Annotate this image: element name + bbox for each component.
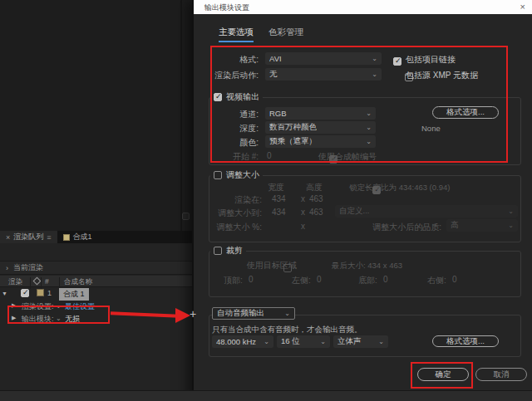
- expand-triangle-icon[interactable]: ▶: [12, 315, 16, 321]
- channel-value: RGB: [269, 109, 287, 118]
- audio-format-options-button[interactable]: 格式选项...: [432, 335, 499, 347]
- dialog-titlebar[interactable]: 输出模块设置 ×: [194, 0, 532, 14]
- chevron-right-icon: ›: [6, 264, 8, 272]
- sample-rate-select[interactable]: 48.000 kHz ⌄: [212, 335, 273, 348]
- depth-select[interactable]: 数百万种颜色 ⌄: [265, 121, 376, 134]
- color-value: 预乘（遮罩）: [269, 136, 317, 147]
- chevron-down-icon: ⌄: [508, 222, 514, 229]
- include-project-link-checkbox[interactable]: [393, 57, 401, 66]
- chevron-down-icon: ⌄: [372, 71, 377, 78]
- depth-label: 深度:: [194, 123, 259, 134]
- panel-menu-icon[interactable]: ≡: [47, 233, 51, 242]
- add-output-module-plus[interactable]: +: [190, 307, 196, 320]
- post-render-select[interactable]: 无 ⌄: [265, 68, 382, 81]
- comp-color-swatch[interactable]: [37, 289, 44, 296]
- close-icon[interactable]: ×: [6, 233, 10, 242]
- crop-right-label: 右侧:: [427, 275, 446, 286]
- codec-info: None: [421, 124, 441, 133]
- video-output-label: 视频输出: [226, 91, 259, 103]
- render-settings-link[interactable]: 最佳设置: [65, 301, 95, 312]
- sample-rate-value: 48.000 kHz: [216, 337, 256, 346]
- post-render-value: 无: [269, 69, 278, 80]
- render-at-width: 434: [272, 194, 286, 203]
- resize-checkbox[interactable]: [214, 171, 222, 179]
- video-output-checkbox[interactable]: [214, 93, 222, 101]
- audio-note: 只有当合成中含有音频时，才会输出音频。: [212, 325, 362, 335]
- quality-select: 高 ⌄: [446, 219, 518, 232]
- queue-item-index: 1: [47, 289, 52, 297]
- quality-label: 调整大小后的品质:: [318, 222, 441, 233]
- chevron-down-icon: ⌄: [366, 110, 372, 117]
- format-label: 格式:: [194, 54, 259, 66]
- col-name: 合成名称: [64, 277, 92, 287]
- resize-title: 调整大小: [210, 169, 263, 181]
- audio-mode-select[interactable]: 自动音频输出 ⌄: [212, 307, 295, 320]
- tab-composition-label: 合成1: [73, 232, 92, 242]
- queue-item-name[interactable]: 合成 1: [59, 288, 89, 301]
- depth-value: 数百万种颜色: [269, 122, 317, 133]
- include-xmp-label: 包括源 XMP 元数据: [406, 70, 478, 81]
- expand-triangle-icon[interactable]: ▶: [12, 302, 16, 309]
- video-format-options-label: 格式选项...: [446, 107, 485, 118]
- include-project-link-label: 包括项目链接: [406, 54, 456, 66]
- use-comp-frame-label: 使用合成帧编号: [318, 151, 377, 163]
- resize-to-height: 463: [309, 208, 323, 217]
- channels-value: 立体声: [337, 336, 362, 347]
- crop-left-value: 0: [317, 275, 322, 284]
- bit-depth-select[interactable]: 16 位 ⌄: [277, 335, 330, 348]
- render-enabled-checkbox[interactable]: [21, 289, 29, 297]
- tab-color-management[interactable]: 色彩管理: [268, 27, 303, 41]
- panel-tab-bar: × 渲染队列 ≡ 合成1: [0, 231, 194, 243]
- app-background: × 渲染队列 ≡ 合成1 › 当前渲染 渲染 # 合成名称 ▼ 1: [0, 0, 194, 401]
- channels-select[interactable]: 立体声 ⌄: [333, 335, 388, 348]
- chevron-down-icon: ⌄: [378, 338, 384, 345]
- queue-item-row[interactable]: ▼ 1 合成 1: [0, 287, 194, 300]
- panel-corner-icon: [182, 213, 190, 220]
- crop-left-label: 左侧:: [292, 275, 311, 286]
- annotation-arrow-head: [175, 308, 190, 323]
- quality-value: 高: [451, 220, 459, 231]
- tab-render-queue-label: 渲染队列: [13, 232, 43, 242]
- crop-checkbox[interactable]: [214, 247, 222, 255]
- tab-composition[interactable]: 合成1: [57, 231, 98, 243]
- crop-label: 裁剪: [226, 245, 243, 257]
- chevron-down-icon: ⌄: [366, 124, 372, 131]
- height-header: 高度: [306, 182, 323, 193]
- tag-icon: [33, 277, 42, 286]
- ok-button[interactable]: 确定: [417, 368, 469, 381]
- x-separator: x: [301, 222, 305, 231]
- crop-right-value: 0: [452, 275, 457, 284]
- dialog-title: 输出模块设置: [204, 2, 249, 13]
- channel-select[interactable]: RGB ⌄: [265, 107, 376, 120]
- audio-mode-value: 自动音频输出: [217, 308, 264, 319]
- output-module-link[interactable]: 无损: [65, 314, 80, 325]
- crop-bottom-value: 0: [383, 275, 388, 284]
- crop-top-value: 0: [249, 275, 254, 284]
- tab-render-queue[interactable]: × 渲染队列 ≡: [0, 231, 57, 243]
- start-number-label: 开始 #:: [194, 151, 259, 163]
- current-render-row[interactable]: › 当前渲染: [0, 261, 194, 275]
- resize-preset-select: 自定义... ⌄: [335, 205, 518, 218]
- collapse-triangle-icon[interactable]: ▼: [2, 291, 7, 296]
- col-hash: #: [45, 277, 49, 286]
- output-module-settings-dialog: 输出模块设置 × 主要选项 色彩管理 格式: AVI ⌄ 包括项目链接 渲染后动…: [192, 0, 532, 401]
- chevron-down-icon: ⌄: [366, 138, 372, 145]
- chevron-down-icon[interactable]: ⌄: [56, 302, 62, 310]
- color-select[interactable]: 预乘（遮罩） ⌄: [265, 135, 376, 148]
- render-settings-label: 渲染设置:: [22, 301, 54, 312]
- composition-icon: [63, 234, 70, 241]
- render-queue-panel: › 当前渲染 渲染 # 合成名称 ▼ 1 合成 1 ▶ 渲染设置: ⌄ 最佳设置: [0, 243, 194, 401]
- chevron-down-icon[interactable]: ⌄: [56, 315, 62, 322]
- bottom-strip: [0, 390, 532, 401]
- video-format-options-button[interactable]: 格式选项...: [432, 106, 499, 119]
- format-select[interactable]: AVI ⌄: [265, 52, 382, 65]
- start-number-value: 0: [267, 151, 272, 160]
- final-size-label: 最后大小: 434 x 463: [332, 261, 402, 271]
- x-separator: x: [301, 194, 305, 203]
- close-icon[interactable]: ×: [520, 2, 525, 12]
- tab-main-options[interactable]: 主要选项: [219, 27, 254, 42]
- crop-top-label: 顶部:: [224, 275, 243, 286]
- cancel-button[interactable]: 取消: [475, 368, 527, 381]
- chevron-down-icon: ⌄: [508, 208, 514, 215]
- resize-preset-value: 自定义...: [339, 206, 369, 217]
